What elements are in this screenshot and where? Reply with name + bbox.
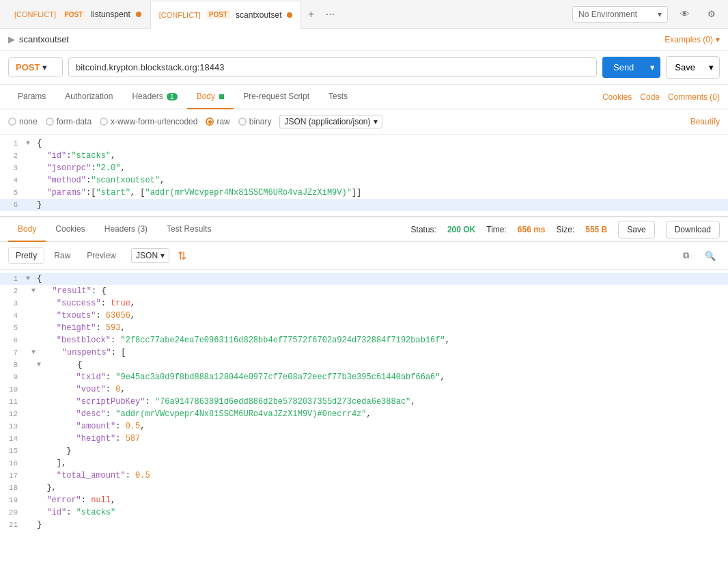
send-dropdown-button[interactable]: ▾: [645, 57, 660, 78]
code-line-5: 5 "params":["start", ["addr(mrVWcvpepr4N…: [0, 187, 728, 199]
download-button[interactable]: Download: [666, 221, 720, 238]
size-label: Size:: [557, 225, 575, 234]
response-tabs-bar: Body Cookies Headers (3) Test Results St…: [0, 217, 728, 242]
beautify-button[interactable]: Beautify: [690, 117, 720, 126]
resp-tab-cookies[interactable]: Cookies: [46, 217, 94, 242]
tab-authorization[interactable]: Authorization: [55, 85, 122, 109]
conflict-badge-2: [CONFLICT]: [159, 11, 201, 19]
main-layout: ▶ scantxoutset Examples (0) ▾ POST ▾ Sen…: [0, 29, 728, 587]
tab-pre-request[interactable]: Pre-request Script: [234, 85, 319, 109]
time-label: Time:: [486, 225, 507, 234]
resp-line-6: 6 "bestblock": "2f8cc77abe24ea7e0963116d…: [0, 334, 728, 346]
view-tabs: Pretty Raw Preview JSON ▾ ⇅ ⧉ 🔍: [0, 242, 728, 270]
request-section: ▶ scantxoutset Examples (0) ▾ POST ▾ Sen…: [0, 29, 728, 217]
tab-headers[interactable]: Headers 1: [122, 85, 186, 109]
resp-line-3: 3 "success": true,: [0, 297, 728, 310]
url-input[interactable]: [68, 57, 597, 77]
resp-line-13: 13 "amount": 0.5,: [0, 420, 728, 433]
tab-params[interactable]: Params: [8, 85, 55, 109]
radio-none: [8, 118, 16, 126]
request-tab-right-actions: Cookies Code Comments (0): [602, 92, 720, 102]
format-selector[interactable]: JSON ▾: [131, 248, 169, 263]
copy-icon: ⧉: [683, 250, 689, 261]
method-badge-1: POST: [61, 10, 85, 19]
option-none[interactable]: none: [8, 117, 38, 126]
status-code: 200 OK: [447, 225, 475, 234]
request-editor[interactable]: 1 ▼ { 2 "id":"stacks", 3 "jsonrpc":"2.0"…: [0, 135, 728, 217]
sort-icon-button[interactable]: ⇅: [178, 249, 186, 262]
size-value: 555 B: [585, 225, 607, 234]
resp-tab-test-results[interactable]: Test Results: [157, 217, 221, 242]
view-icon-buttons: ⧉ 🔍: [676, 246, 720, 265]
tab-listunspent[interactable]: [CONFLICT] POST listunspent: [5, 0, 150, 28]
chevron-down-icon-examples: ▾: [716, 35, 720, 44]
view-tab-raw[interactable]: Raw: [47, 248, 77, 263]
method-label: POST: [16, 62, 40, 72]
radio-binary: [238, 118, 247, 126]
tab-bar: [CONFLICT] POST listunspent [CONFLICT] P…: [0, 0, 728, 29]
resp-tab-body[interactable]: Body: [8, 217, 46, 242]
collapse-icon[interactable]: ▶: [8, 34, 15, 44]
json-type-selector[interactable]: JSON (application/json) ▾: [279, 115, 382, 128]
examples-link[interactable]: Examples (0) ▾: [664, 35, 720, 44]
method-selector[interactable]: POST ▾: [8, 57, 63, 77]
body-dot: [219, 94, 224, 99]
request-name: scantxoutset: [19, 34, 69, 44]
resp-line-14: 14 "height": 587: [0, 433, 728, 445]
none-label: none: [19, 117, 38, 126]
format-chevron-icon: ▾: [160, 251, 165, 260]
chevron-down-icon: ▾: [658, 10, 662, 19]
resp-line-16: 16 ],: [0, 457, 728, 469]
resp-line-1: 1 ▼ {: [0, 273, 728, 285]
code-line-3: 3 "jsonrpc":"2.0",: [0, 162, 728, 174]
json-type-chevron-icon: ▾: [374, 117, 378, 126]
tab-name-2: scantxoutset: [236, 10, 281, 20]
resp-tab-headers[interactable]: Headers (3): [95, 217, 157, 242]
request-title-bar: ▶ scantxoutset Examples (0) ▾: [0, 29, 728, 51]
option-urlencoded[interactable]: x-www-form-urlencoded: [100, 117, 197, 126]
environment-selector[interactable]: No Environment ▾: [572, 6, 668, 23]
save-response-button[interactable]: Save: [618, 221, 654, 238]
tab-body[interactable]: Body: [187, 85, 234, 109]
tab-scantxoutset[interactable]: [CONFLICT] POST scantxoutset: [150, 1, 302, 29]
settings-icon-button[interactable]: ⚙: [701, 3, 723, 25]
response-status-area: Status: 200 OK Time: 656 ms Size: 555 B …: [411, 221, 720, 238]
right-controls: No Environment ▾ 👁 ⚙: [572, 3, 723, 25]
copy-icon-button[interactable]: ⧉: [676, 246, 695, 265]
resp-line-7: 7 ▼ "unspents": [: [0, 346, 728, 359]
cookies-link[interactable]: Cookies: [602, 92, 632, 102]
view-tab-pretty[interactable]: Pretty: [8, 247, 44, 264]
send-button[interactable]: Send: [602, 57, 645, 78]
option-raw[interactable]: raw: [206, 117, 229, 126]
urlencoded-label: x-www-form-urlencoded: [111, 117, 197, 126]
unsaved-dot-2: [287, 12, 292, 18]
code-line-2: 2 "id":"stacks",: [0, 150, 728, 162]
response-section: Body Cookies Headers (3) Test Results St…: [0, 217, 728, 587]
save-button-group: Save ▾: [666, 56, 720, 79]
comments-link[interactable]: Comments (0): [668, 92, 720, 102]
eye-icon-button[interactable]: 👁: [673, 3, 695, 25]
option-binary[interactable]: binary: [238, 117, 272, 126]
method-badge-2: POST: [206, 10, 230, 19]
tab-tests[interactable]: Tests: [319, 85, 357, 109]
search-icon-button[interactable]: 🔍: [701, 246, 720, 265]
new-tab-button[interactable]: +: [301, 5, 320, 24]
status-label: Status:: [411, 225, 436, 234]
resp-line-15: 15 }: [0, 445, 728, 457]
view-tab-preview[interactable]: Preview: [80, 248, 123, 263]
resp-line-2: 2 ▼ "result": {: [0, 285, 728, 297]
option-form-data[interactable]: form-data: [46, 117, 92, 126]
resp-line-10: 10 "vout": 0,: [0, 383, 728, 396]
more-tabs-button[interactable]: ···: [320, 5, 339, 24]
save-dropdown-button[interactable]: ▾: [703, 57, 719, 78]
code-line-4: 4 "method":"scantxoutset",: [0, 174, 728, 187]
response-editor[interactable]: 1 ▼ { 2 ▼ "result": { 3 "success": true,…: [0, 270, 728, 534]
save-button[interactable]: Save: [667, 57, 703, 78]
resp-line-21: 21 }: [0, 519, 728, 531]
request-tabs: Params Authorization Headers 1 Body Pre-…: [0, 85, 728, 109]
gear-icon: ⚙: [708, 9, 716, 19]
code-line-6: 6 }: [0, 199, 728, 211]
raw-label: raw: [216, 117, 229, 126]
code-link[interactable]: Code: [640, 92, 660, 102]
send-button-group: Send ▾: [602, 57, 660, 78]
